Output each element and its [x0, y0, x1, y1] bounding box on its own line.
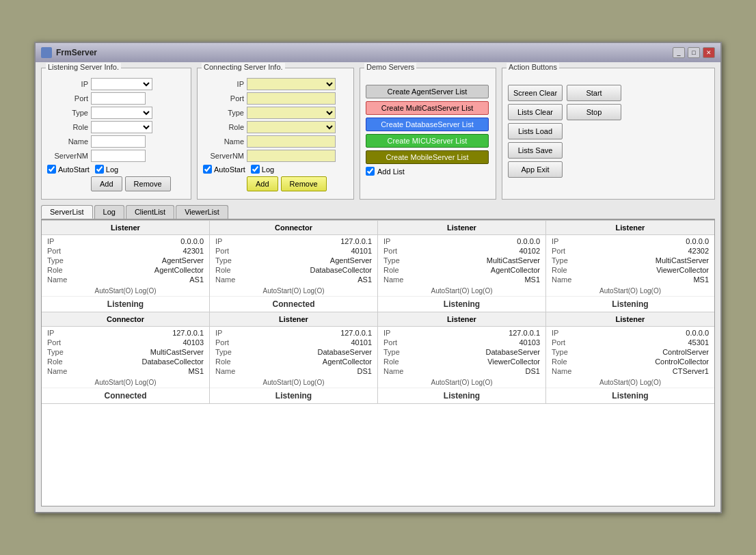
- minimize-button[interactable]: _: [673, 47, 685, 58]
- create-micu-server-btn[interactable]: Create MICUServer List: [366, 134, 489, 148]
- listening-panel: Listening Server Info. IP Port Type Role: [41, 68, 191, 200]
- server-card-header: Connector: [42, 312, 209, 327]
- server-list-container: Listener IP 0.0.0.0 Port 42301 Type Agen…: [41, 219, 715, 506]
- connecting-port-input[interactable]: [247, 92, 336, 105]
- demo-panel-title: Demo Servers: [364, 63, 416, 71]
- server-card-row-value: 40103: [183, 338, 204, 347]
- server-card-row-value: 40102: [519, 247, 540, 255]
- server-card-row-value: 0.0.0.0: [686, 237, 709, 245]
- listening-name-input[interactable]: [91, 135, 146, 148]
- listening-role-select[interactable]: [91, 121, 152, 133]
- listening-ip-select[interactable]: [91, 78, 152, 90]
- server-card-row: Type MultiCastServer: [552, 256, 709, 265]
- listening-ip-label: IP: [47, 80, 88, 88]
- server-card-row-value: DS1: [526, 367, 540, 375]
- listening-port-row: Port: [47, 92, 185, 105]
- listening-type-select[interactable]: [91, 107, 152, 119]
- server-card-row: Port 42301: [47, 246, 204, 256]
- connecting-name-input[interactable]: [247, 135, 336, 148]
- server-card-row: Role DatabaseCollector: [215, 265, 372, 275]
- server-card-rows: IP 0.0.0.0 Port 45301 Type ControlServer…: [546, 327, 714, 377]
- connecting-ip-row: IP: [203, 78, 348, 90]
- listening-role-row: Role: [47, 121, 185, 133]
- screen-clear-button[interactable]: Screen Clear: [508, 85, 563, 101]
- connecting-add-button[interactable]: Add: [247, 176, 278, 191]
- server-card-row-label: Role: [383, 266, 399, 274]
- connecting-log-checkbox[interactable]: [251, 165, 260, 174]
- create-database-server-btn[interactable]: Create DatabaseServer List: [366, 118, 489, 131]
- server-card-autostart: AutoStart(O) Log(O): [546, 286, 714, 296]
- server-card-rows: IP 0.0.0.0 Port 42302 Type MultiCastServ…: [546, 235, 714, 286]
- listening-add-button[interactable]: Add: [91, 176, 122, 191]
- server-card-row: Role AgentCollector: [47, 265, 204, 275]
- listening-servernm-input[interactable]: [91, 150, 146, 162]
- server-card-row: Port 40101: [215, 246, 372, 256]
- listening-autostart-label[interactable]: AutoStart: [47, 165, 90, 174]
- server-card-row-value: 42302: [688, 247, 709, 255]
- server-card-1: Connector IP 127.0.0.1 Port 40101 Type A…: [210, 221, 378, 312]
- server-card-header: Listener: [42, 221, 209, 235]
- lists-load-button[interactable]: Lists Load: [508, 123, 563, 139]
- server-card-row-label: IP: [383, 329, 390, 337]
- tab-log[interactable]: Log: [94, 205, 124, 219]
- tab-server-list[interactable]: ServerList: [41, 205, 93, 219]
- server-card-row: Name MS1: [47, 366, 204, 376]
- listening-log-label[interactable]: Log: [95, 165, 118, 174]
- listening-autostart-checkbox[interactable]: [47, 165, 56, 174]
- window-title: FrmServer: [56, 48, 97, 57]
- server-card-row-label: Type: [47, 256, 64, 265]
- server-card-row-label: Role: [47, 357, 63, 366]
- server-card-row-value: DatabaseCollector: [310, 266, 373, 274]
- server-card-row-value: 40101: [351, 247, 372, 255]
- stop-button[interactable]: Stop: [567, 104, 621, 120]
- server-card-rows: IP 127.0.0.1 Port 40101 Type AgentServer…: [210, 235, 377, 286]
- server-card-row: Role ViewerCollector: [383, 357, 540, 366]
- server-card-row-label: Name: [47, 367, 67, 375]
- connecting-ip-select[interactable]: [247, 78, 336, 90]
- connecting-remove-button[interactable]: Remove: [281, 176, 327, 191]
- connecting-servernm-label: ServerNM: [203, 152, 244, 160]
- connecting-type-select[interactable]: [247, 107, 336, 119]
- close-button[interactable]: ✕: [703, 47, 715, 58]
- app-exit-button[interactable]: App Exit: [508, 161, 563, 178]
- add-list-checkbox[interactable]: [366, 167, 375, 176]
- listening-port-input[interactable]: [91, 92, 146, 105]
- server-card-row-label: Name: [383, 367, 403, 375]
- server-card-row-label: Role: [215, 266, 231, 274]
- listening-log-checkbox[interactable]: [95, 165, 104, 174]
- server-card-autostart: AutoStart(O) Log(O): [210, 286, 377, 296]
- maximize-button[interactable]: □: [688, 47, 700, 58]
- connecting-panel: Connecting Server Info. IP Port Type Rol…: [197, 68, 354, 200]
- server-card-row-value: AgentCollector: [154, 266, 204, 274]
- server-card-rows: IP 127.0.0.1 Port 40103 Type MultiCastSe…: [42, 327, 209, 377]
- server-card-row-label: Port: [215, 338, 229, 347]
- listening-panel-title: Listening Server Info.: [46, 63, 121, 71]
- tab-client-list[interactable]: ClientList: [126, 205, 174, 219]
- create-multicast-server-btn[interactable]: Create MultiCastServer List: [366, 101, 489, 115]
- create-mobile-server-btn[interactable]: Create MobileServer List: [366, 150, 489, 164]
- server-card-3: Listener IP 0.0.0.0 Port 42302 Type Mult…: [546, 221, 714, 312]
- lists-save-button[interactable]: Lists Save: [508, 142, 563, 159]
- connecting-autostart-checkbox[interactable]: [203, 165, 212, 174]
- server-card-row-label: Name: [47, 275, 67, 284]
- create-agent-server-btn[interactable]: Create AgentServer List: [366, 85, 489, 98]
- server-card-row: Port 40101: [215, 338, 372, 347]
- connecting-autostart-label[interactable]: AutoStart: [203, 165, 245, 174]
- lists-clear-button[interactable]: Lists Clear: [508, 104, 563, 120]
- server-card-header: Listener: [210, 312, 377, 327]
- connecting-servernm-input[interactable]: [247, 150, 336, 162]
- connecting-port-row: Port: [203, 92, 348, 105]
- start-button[interactable]: Start: [567, 85, 621, 101]
- tab-viewer-list[interactable]: ViewerList: [176, 205, 228, 219]
- add-list-label[interactable]: Add List: [366, 167, 490, 176]
- server-card-row-label: Name: [215, 367, 235, 375]
- listening-remove-button[interactable]: Remove: [125, 176, 171, 191]
- server-card-row-value: ViewerCollector: [487, 357, 540, 366]
- connecting-log-label[interactable]: Log: [251, 165, 274, 174]
- server-card-row: IP 127.0.0.1: [215, 328, 372, 338]
- listening-name-label: Name: [47, 137, 88, 146]
- listening-buttons-row: Add Remove: [47, 176, 185, 191]
- connecting-role-select[interactable]: [247, 121, 336, 133]
- server-card-row-value: 127.0.0.1: [340, 237, 372, 245]
- listening-options-row: AutoStart Log: [47, 165, 185, 174]
